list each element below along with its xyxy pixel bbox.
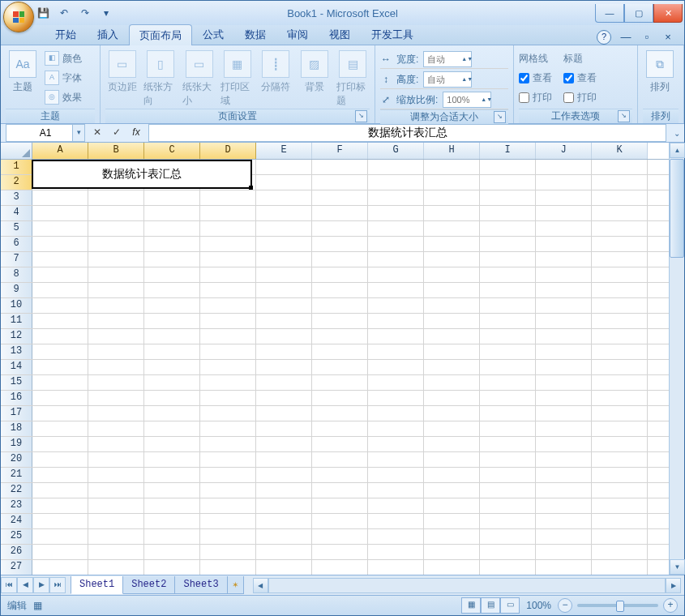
- cell-B3[interactable]: [88, 190, 144, 205]
- cell-G7[interactable]: [368, 252, 424, 267]
- cell-D14[interactable]: [200, 360, 256, 374]
- cell-I11[interactable]: [480, 314, 536, 328]
- cell-G24[interactable]: [368, 514, 424, 528]
- cell-K2[interactable]: [592, 175, 648, 190]
- cell-F15[interactable]: [312, 375, 368, 390]
- sheet-nav-last-icon[interactable]: ⏭: [49, 577, 66, 593]
- cell-K20[interactable]: [592, 452, 648, 467]
- cell-E8[interactable]: [256, 267, 312, 282]
- workbook-minimize-icon[interactable]: —: [619, 31, 632, 44]
- cell-I17[interactable]: [480, 406, 536, 421]
- cell-G2[interactable]: [368, 175, 424, 190]
- tab-developer[interactable]: 开发工具: [361, 24, 424, 45]
- tab-page-layout[interactable]: 页面布局: [129, 24, 192, 45]
- cell-D10[interactable]: [200, 298, 256, 313]
- cell-I15[interactable]: [480, 375, 536, 390]
- cell-D17[interactable]: [200, 406, 256, 421]
- cell-I2[interactable]: [480, 175, 536, 190]
- cell-A13[interactable]: [32, 344, 88, 359]
- cell-F25[interactable]: [312, 529, 368, 544]
- cell-J8[interactable]: [536, 267, 592, 282]
- cell-J4[interactable]: [536, 206, 592, 220]
- pagesetup-launcher-icon[interactable]: ↘: [355, 110, 367, 122]
- cell-I22[interactable]: [480, 483, 536, 498]
- cell-K6[interactable]: [592, 237, 648, 251]
- cell-J22[interactable]: [536, 483, 592, 498]
- cell-H13[interactable]: [424, 344, 480, 359]
- scroll-down-icon[interactable]: ▼: [670, 559, 685, 575]
- row-header-4[interactable]: 4: [1, 206, 32, 220]
- cell-C27[interactable]: [144, 560, 200, 575]
- cell-H10[interactable]: [424, 298, 480, 313]
- column-header-D[interactable]: D: [200, 143, 256, 159]
- cell-A19[interactable]: [32, 437, 88, 451]
- cell-F7[interactable]: [312, 252, 368, 267]
- cell-K13[interactable]: [592, 344, 648, 359]
- cell-A8[interactable]: [32, 267, 88, 282]
- cell-B9[interactable]: [88, 283, 144, 297]
- cell-A16[interactable]: [32, 391, 88, 405]
- cell-E19[interactable]: [256, 437, 312, 451]
- horizontal-scrollbar[interactable]: ◀ ▶: [253, 578, 681, 593]
- cell-F17[interactable]: [312, 406, 368, 421]
- cell-D27[interactable]: [200, 560, 256, 575]
- cell-G18[interactable]: [368, 421, 424, 436]
- cell-H27[interactable]: [424, 560, 480, 575]
- cell-B4[interactable]: [88, 206, 144, 220]
- cell-H16[interactable]: [424, 391, 480, 405]
- cell-K4[interactable]: [592, 206, 648, 220]
- cell-D11[interactable]: [200, 314, 256, 328]
- cell-J9[interactable]: [536, 283, 592, 297]
- cell-H2[interactable]: [424, 175, 480, 190]
- cell-G22[interactable]: [368, 483, 424, 498]
- cell-A25[interactable]: [32, 529, 88, 544]
- row-header-22[interactable]: 22: [1, 483, 32, 498]
- cell-C8[interactable]: [144, 267, 200, 282]
- row-header-25[interactable]: 25: [1, 529, 32, 544]
- cell-B18[interactable]: [88, 421, 144, 436]
- cell-I6[interactable]: [480, 237, 536, 251]
- scroll-up-icon[interactable]: ▲: [670, 143, 685, 158]
- cell-A24[interactable]: [32, 514, 88, 528]
- cell-I9[interactable]: [480, 283, 536, 297]
- print-area-button[interactable]: ▦打印区域: [220, 50, 254, 108]
- cell-K23[interactable]: [592, 498, 648, 513]
- themes-button[interactable]: Aa 主题: [6, 50, 40, 94]
- cell-H3[interactable]: [424, 190, 480, 205]
- row-header-11[interactable]: 11: [1, 314, 32, 328]
- cell-F22[interactable]: [312, 483, 368, 498]
- cell-C6[interactable]: [144, 237, 200, 251]
- namebox-dropdown-icon[interactable]: ▾: [72, 125, 84, 141]
- cell-F18[interactable]: [312, 421, 368, 436]
- cell-E3[interactable]: [256, 190, 312, 205]
- cell-H4[interactable]: [424, 206, 480, 220]
- cell-K1[interactable]: [592, 160, 648, 174]
- scale-launcher-icon[interactable]: ↘: [494, 111, 506, 123]
- width-spin[interactable]: 自动▲▼: [423, 51, 472, 67]
- cell-K8[interactable]: [592, 267, 648, 282]
- cell-J26[interactable]: [536, 545, 592, 559]
- cell-J3[interactable]: [536, 190, 592, 205]
- cell-K18[interactable]: [592, 421, 648, 436]
- cell-B20[interactable]: [88, 452, 144, 467]
- cell-H26[interactable]: [424, 545, 480, 559]
- cell-H8[interactable]: [424, 267, 480, 282]
- cell-E27[interactable]: [256, 560, 312, 575]
- cell-G14[interactable]: [368, 360, 424, 374]
- undo-icon[interactable]: ↶: [56, 5, 72, 21]
- cell-A10[interactable]: [32, 298, 88, 313]
- cell-G21[interactable]: [368, 468, 424, 482]
- cell-J11[interactable]: [536, 314, 592, 328]
- cell-C5[interactable]: [144, 221, 200, 236]
- cell-G19[interactable]: [368, 437, 424, 451]
- tab-insert[interactable]: 插入: [87, 24, 129, 45]
- cell-A6[interactable]: [32, 237, 88, 251]
- view-layout-icon[interactable]: ▤: [481, 597, 500, 614]
- cell-B26[interactable]: [88, 545, 144, 559]
- cell-A27[interactable]: [32, 560, 88, 575]
- cell-J19[interactable]: [536, 437, 592, 451]
- cell-D13[interactable]: [200, 344, 256, 359]
- cell-C25[interactable]: [144, 529, 200, 544]
- cell-C21[interactable]: [144, 468, 200, 482]
- orientation-button[interactable]: ▯纸张方向: [143, 50, 177, 108]
